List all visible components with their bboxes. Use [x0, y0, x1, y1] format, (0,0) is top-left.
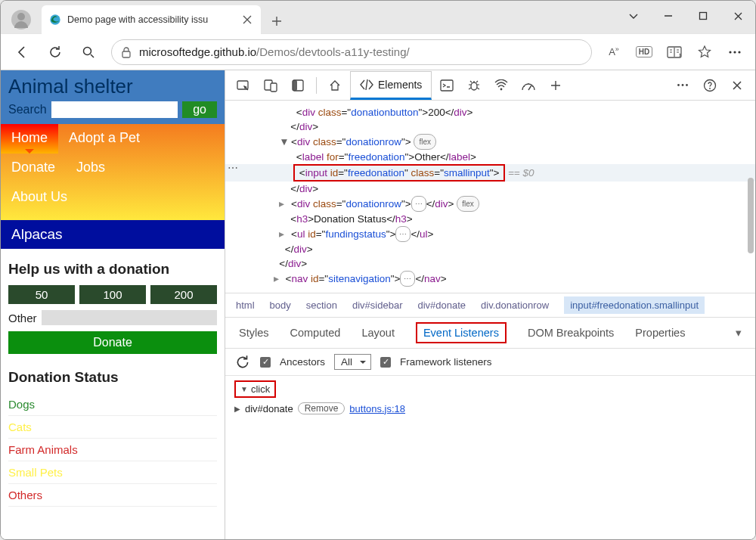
minimize-button[interactable] — [651, 4, 686, 28]
more-tabs-icon[interactable] — [544, 73, 568, 98]
remove-button[interactable]: Remove — [298, 402, 345, 414]
refresh-button[interactable] — [40, 37, 70, 67]
svg-point-16 — [677, 84, 680, 86]
category-alpacas[interactable]: Alpacas — [1, 220, 225, 249]
eq0: == $0 — [508, 167, 534, 178]
listener-row[interactable]: ▶ div#donate Remove buttons.js:18 — [234, 402, 746, 414]
panel-tab[interactable]: Properties — [635, 327, 685, 339]
panel-tab[interactable]: Event Listeners — [416, 322, 507, 343]
new-tab-button[interactable] — [264, 8, 290, 34]
svg-rect-13 — [441, 80, 453, 91]
tab-title: Demo page with accessibility issu — [67, 14, 235, 25]
help-icon[interactable] — [698, 73, 722, 98]
panel-tab[interactable]: Layout — [361, 327, 395, 339]
close-window-button[interactable] — [720, 4, 755, 28]
site-title: Animal shelter — [8, 75, 217, 98]
network-icon[interactable] — [489, 73, 513, 98]
crumb[interactable]: input#freedonation.smallinput — [564, 296, 705, 314]
devtools-close-icon[interactable] — [725, 73, 749, 98]
crumb[interactable]: section — [306, 299, 337, 311]
titlebar: Demo page with accessibility issu — [1, 1, 755, 34]
go-button[interactable]: go — [182, 101, 217, 118]
nav-jobs[interactable]: Jobs — [66, 154, 116, 183]
svg-point-2 — [84, 47, 91, 54]
dom-tree[interactable]: ⋯ <div class="donationbutton">200</div> … — [225, 101, 755, 293]
bug-icon[interactable] — [462, 73, 486, 98]
row-more-icon[interactable]: ⋯ — [228, 161, 239, 175]
page-content: Animal shelter Search go Home Adopt a Pe… — [1, 70, 225, 539]
breadcrumb[interactable]: htmlbodysectiondiv#sidebardiv#donatediv.… — [225, 293, 755, 317]
crumb[interactable]: body — [270, 299, 291, 311]
source-link[interactable]: buttons.js:18 — [349, 403, 405, 414]
status-item[interactable]: Others — [8, 484, 217, 507]
chevron-down-icon[interactable] — [616, 4, 651, 28]
status-item[interactable]: Farm Animals — [8, 439, 217, 461]
status-item[interactable]: Small Pets — [8, 461, 217, 484]
click-listener[interactable]: ▼click — [234, 380, 276, 398]
hd-icon[interactable]: HD — [630, 38, 658, 67]
maximize-button[interactable] — [686, 4, 720, 28]
chip-50[interactable]: 50 — [8, 285, 75, 304]
tab-elements[interactable]: Elements — [350, 71, 432, 100]
status-item[interactable]: Cats — [8, 416, 217, 439]
framework-checkbox[interactable]: ✓ — [380, 357, 391, 368]
panel-tab[interactable]: DOM Breakpoints — [528, 327, 614, 339]
event-listeners: ▼click ▶ div#donate Remove buttons.js:18 — [225, 376, 755, 539]
status-list: DogsCatsFarm AnimalsSmall PetsOthers — [1, 393, 225, 514]
dock-icon[interactable] — [286, 73, 310, 98]
crumb[interactable]: div#sidebar — [352, 299, 403, 311]
crumb[interactable]: div.donationrow — [481, 299, 549, 311]
svg-point-17 — [682, 84, 684, 86]
search-icon[interactable] — [73, 37, 104, 67]
selected-node[interactable]: <input id="freedonation" class="smallinp… — [293, 164, 505, 182]
chip-100[interactable]: 100 — [79, 285, 146, 304]
more-icon[interactable] — [720, 38, 749, 67]
panel-tabs: StylesComputedLayoutEvent ListenersDOM B… — [225, 317, 755, 349]
elements-label: Elements — [378, 79, 422, 91]
welcome-icon[interactable] — [323, 73, 347, 98]
edge-favicon — [49, 14, 61, 26]
chip-200[interactable]: 200 — [150, 285, 217, 304]
scrollbar[interactable] — [748, 178, 754, 253]
devtools: Elements ⋯ <div class="donationbutton">2… — [225, 70, 755, 539]
panel-tab[interactable]: Computed — [290, 327, 341, 339]
chevron-down-icon[interactable]: ▾ — [736, 327, 742, 339]
address-bar[interactable]: microsoftedge.github.io/Demos/devtools-a… — [111, 39, 592, 65]
browser-tab[interactable]: Demo page with accessibility issu — [42, 5, 261, 34]
search-input[interactable] — [51, 101, 178, 118]
nav-about[interactable]: About Us — [1, 183, 78, 213]
browser-toolbar: microsoftedge.github.io/Demos/devtools-a… — [1, 34, 755, 70]
refresh-icon[interactable] — [234, 354, 251, 371]
nav-adopt[interactable]: Adopt a Pet — [58, 124, 150, 154]
profile-avatar[interactable] — [11, 10, 31, 29]
page-nav: Home Adopt a Pet Donate Jobs About Us — [1, 124, 225, 220]
svg-point-6 — [733, 51, 736, 53]
search-label: Search — [8, 103, 47, 116]
favorite-icon[interactable] — [690, 38, 719, 67]
crumb[interactable]: div#donate — [417, 299, 466, 311]
status-item[interactable]: Dogs — [8, 393, 217, 416]
device-icon[interactable] — [259, 73, 283, 98]
console-icon[interactable] — [435, 73, 459, 98]
donate-button[interactable]: Donate — [8, 331, 217, 354]
nav-donate[interactable]: Donate — [1, 154, 66, 183]
filter-select[interactable]: All — [334, 354, 371, 370]
read-aloud-icon[interactable]: A» — [600, 38, 628, 67]
devtools-toolbar: Elements — [225, 70, 755, 101]
performance-icon[interactable] — [516, 73, 541, 98]
ancestors-checkbox[interactable]: ✓ — [260, 357, 271, 368]
devtools-more-icon[interactable] — [671, 73, 695, 98]
inspect-icon[interactable] — [231, 73, 256, 98]
crumb[interactable]: html — [236, 299, 255, 311]
other-input[interactable] — [42, 310, 217, 325]
framework-label: Framework listeners — [400, 356, 492, 368]
back-button[interactable] — [7, 37, 37, 67]
reader-icon[interactable] — [660, 38, 689, 67]
panel-tab[interactable]: Styles — [239, 327, 269, 339]
svg-point-20 — [709, 88, 711, 89]
nav-home[interactable]: Home — [1, 124, 58, 154]
donation-heading: Help us with a donation — [1, 249, 225, 285]
window-controls — [616, 1, 755, 31]
listener-target: div#donate — [245, 403, 293, 414]
close-icon[interactable] — [241, 14, 253, 26]
